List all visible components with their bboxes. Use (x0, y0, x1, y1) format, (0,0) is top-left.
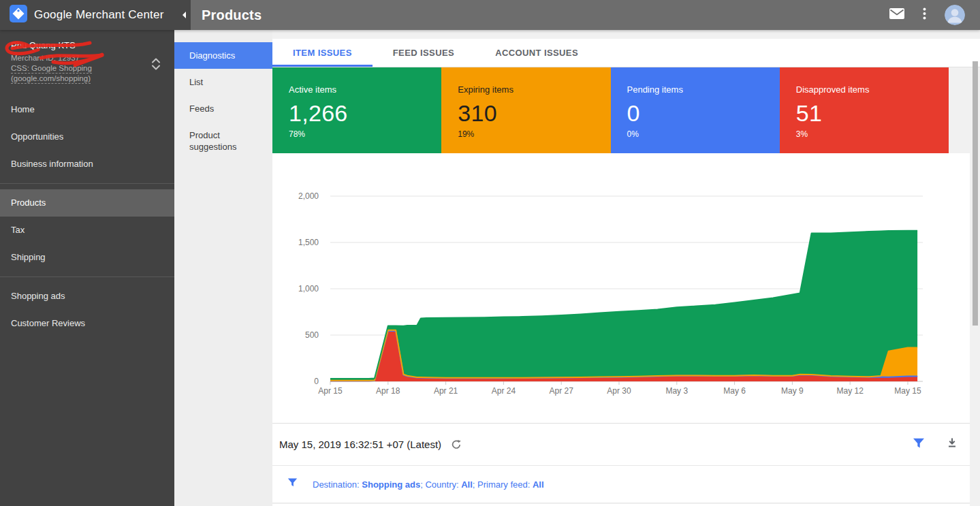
avatar[interactable] (945, 5, 965, 25)
account-switcher[interactable]: Phu Quang KTS Merchant ID: 12937 CSS: Go… (0, 30, 174, 91)
subnav-item-feeds[interactable]: Feeds (174, 95, 272, 122)
y-axis-label: 0 (314, 377, 319, 386)
header-actions (889, 5, 965, 25)
kebab-menu-icon[interactable] (923, 7, 926, 22)
sidebar-item-products[interactable]: Products (0, 189, 174, 217)
subnav-item-diagnostics[interactable]: Diagnostics (174, 42, 272, 69)
merchant-center-logo-icon[interactable] (10, 5, 27, 25)
sidebar-item-customer-reviews[interactable]: Customer Reviews (0, 310, 174, 337)
card-percent: 19% (458, 129, 610, 139)
subnav-item-list[interactable]: List (174, 69, 272, 95)
sidebar-item-business-information[interactable]: Business information (0, 151, 174, 178)
page-header-bar: Products (191, 0, 980, 30)
status-card-disapproved-items[interactable]: Disapproved items513% (780, 67, 949, 153)
primary-sidebar: Phu Quang KTS Merchant ID: 12937 CSS: Go… (0, 30, 174, 506)
app-window: Google Merchant Center Products (0, 0, 980, 506)
issues-tabbar: ITEM ISSUESFEED ISSUESACCOUNT ISSUES (272, 39, 980, 67)
scrollbar-thumb[interactable] (973, 61, 978, 326)
y-axis-label: 2,000 (298, 191, 319, 201)
status-card-pending-items[interactable]: Pending items00% (611, 67, 780, 153)
status-card-active-items[interactable]: Active items1,26678% (272, 67, 441, 153)
sidebar-item-shopping-ads[interactable]: Shopping ads (0, 283, 174, 310)
y-axis-label: 1,000 (298, 284, 319, 294)
download-icon[interactable] (947, 437, 958, 452)
card-label: Pending items (627, 84, 780, 95)
x-axis-label: May 12 (837, 386, 864, 396)
x-axis-label: May 9 (781, 386, 804, 396)
status-cards: Active items1,26678%Expiring items31019%… (272, 67, 949, 153)
card-percent: 3% (796, 129, 949, 139)
card-value: 1,266 (289, 100, 441, 127)
x-axis-label: Apr 18 (376, 386, 400, 396)
card-label: Active items (289, 84, 441, 95)
card-percent: 0% (627, 129, 780, 139)
account-name: Phu Quang KTS (11, 40, 163, 50)
sidebar-item-shipping[interactable]: Shipping (0, 244, 174, 271)
sidebar-divider (0, 276, 174, 277)
filter-icon[interactable] (913, 438, 925, 452)
css-program-url: (google.com/shopping) (11, 74, 91, 84)
products-subnav-items: DiagnosticsListFeedsProduct suggestions (174, 42, 272, 160)
y-axis-label: 500 (305, 330, 319, 340)
report-toolbar: May 15, 2019 16:32:51 +07 (Latest) (272, 423, 970, 465)
products-subnav: DiagnosticsListFeedsProduct suggestions (174, 30, 272, 506)
card-value: 51 (796, 100, 949, 127)
sidebar-item-home[interactable]: Home (0, 96, 174, 123)
active-filters-bar[interactable]: Destination: Shopping ads; Country: All;… (272, 465, 970, 503)
tab-account-issues[interactable]: ACCOUNT ISSUES (475, 39, 599, 67)
mail-icon[interactable] (889, 8, 904, 22)
page-title: Products (202, 7, 262, 23)
unfold-more-icon[interactable] (151, 57, 161, 74)
sidebar-item-opportunities[interactable]: Opportunities (0, 123, 174, 151)
report-timestamp: May 15, 2019 16:32:51 +07 (Latest) (279, 439, 441, 450)
x-axis-label: Apr 27 (550, 386, 574, 396)
subnav-item-product-suggestions[interactable]: Product suggestions (174, 122, 272, 160)
x-axis-label: May 6 (723, 386, 746, 396)
brand-bar: Google Merchant Center (0, 0, 191, 30)
sidebar-nav: HomeOpportunitiesBusiness informationPro… (0, 96, 174, 337)
x-axis-label: May 3 (665, 386, 688, 396)
filter-label: Destination: (313, 479, 362, 490)
card-label: Disapproved items (796, 84, 949, 95)
x-axis-label: May 15 (894, 386, 921, 396)
product-name: Google Merchant Center (34, 8, 164, 22)
filter-value: Shopping ads (362, 479, 420, 490)
filter-value: All (533, 479, 544, 490)
sidebar-divider (0, 183, 174, 184)
area-series-active-items (330, 231, 917, 381)
issues-trend-chart: 05001,0001,5002,000Apr 15Apr 18Apr 21Apr… (272, 153, 970, 423)
refresh-icon[interactable] (451, 439, 462, 450)
active-filters-text: Destination: Shopping ads; Country: All;… (313, 479, 544, 490)
y-axis-label: 1,500 (298, 238, 319, 247)
x-axis-label: Apr 24 (492, 386, 516, 396)
filter-label: ; Primary feed: (473, 479, 533, 490)
tab-feed-issues[interactable]: FEED ISSUES (373, 39, 475, 67)
css-program-label: CSS: Google Shopping (11, 64, 92, 74)
merchant-id: Merchant ID: 12937 (11, 53, 163, 63)
filter-label: ; Country: (420, 479, 461, 490)
status-card-expiring-items[interactable]: Expiring items31019% (441, 67, 610, 153)
x-axis-label: Apr 15 (318, 386, 343, 396)
sidebar-item-tax[interactable]: Tax (0, 217, 174, 244)
x-axis-label: Apr 21 (434, 386, 458, 396)
sidebar-collapse-icon[interactable] (183, 12, 186, 18)
card-value: 0 (627, 100, 780, 127)
toolbar-actions (913, 437, 958, 452)
card-label: Expiring items (458, 84, 610, 95)
tab-item-issues[interactable]: ITEM ISSUES (272, 39, 373, 67)
chart-panel: 05001,0001,5002,000Apr 15Apr 18Apr 21Apr… (272, 153, 970, 423)
top-header: Google Merchant Center Products (0, 0, 980, 30)
x-axis-label: Apr 30 (607, 386, 631, 396)
card-percent: 78% (289, 129, 441, 139)
filter-value: All (461, 479, 473, 490)
filter-icon (287, 478, 298, 490)
card-value: 310 (458, 100, 610, 127)
